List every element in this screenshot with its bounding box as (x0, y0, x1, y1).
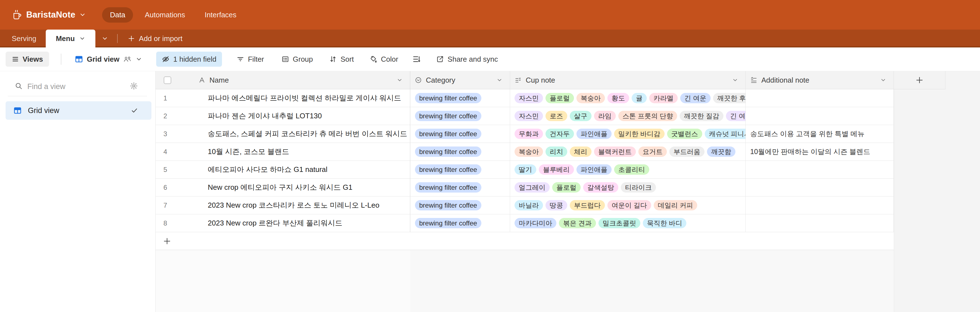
additional-note-cell[interactable] (746, 89, 894, 107)
select-all-checkbox[interactable] (164, 76, 171, 84)
additional-note-cell[interactable]: 송도패스 이용 고객을 위한 특별 메뉴 (746, 125, 894, 143)
grid-view-switcher[interactable]: Grid view (75, 55, 142, 64)
row-number: 3 (164, 130, 167, 138)
main-body: Grid view Name (0, 71, 980, 312)
additional-note-cell[interactable] (746, 178, 894, 196)
cup-note-pill: 얼그레이 (515, 182, 550, 193)
tab-data[interactable]: Data (102, 7, 133, 22)
name-cell-text: 파나마 젠슨 게이샤 내추럴 LOT130 (208, 111, 322, 121)
category-pill: brewing filter coffee (415, 200, 481, 210)
additional-note-cell[interactable]: 10월에만 판매하는 이달의 시즌 블렌드 (746, 143, 894, 161)
collaborators-icon (123, 56, 132, 63)
tabbar-separator (117, 34, 118, 43)
cup-note-pill: 볶은 견과 (559, 218, 596, 228)
additional-note-cell[interactable] (746, 196, 894, 214)
tab-automations[interactable]: Automations (137, 7, 193, 22)
cup-note-cell[interactable]: 자스민로즈살구라임스톤 프룻의 단향깨끗한 질감긴 여운을 (510, 107, 746, 125)
add-record-row[interactable] (156, 232, 894, 250)
additional-note-cell[interactable] (746, 214, 894, 232)
category-cell[interactable]: brewing filter coffee (410, 143, 510, 161)
table-row: 6 New crop 에티오피아 구지 사키소 워시드 G1 brewing f… (156, 178, 894, 196)
row-number: 2 (164, 112, 167, 120)
name-cell[interactable]: 3 송도패스, 스페셜 커피 코스타리카 츄 메라 버번 이스트 워시드 (156, 125, 410, 143)
grid-empty-below-left (156, 250, 410, 312)
column-chevron-icon[interactable] (496, 77, 503, 83)
grid-rows: 1 파나마 에스메릴다 프라이빗 컬렉션 하라밀로 게이샤 워시드 brewin… (156, 89, 894, 232)
filter-icon (237, 55, 244, 63)
cup-note-cell[interactable]: 딸기블루베리파인애플초콜리티 (510, 161, 746, 178)
sidebar-grid-view-label: Grid view (28, 106, 59, 115)
cup-note-cell[interactable]: 마카다미아볶은 견과밀크초콜릿묵직한 바디 (510, 214, 746, 232)
category-cell[interactable]: brewing filter coffee (410, 178, 510, 196)
row-number: 8 (164, 219, 167, 227)
table-tab-serving[interactable]: Serving (2, 30, 46, 48)
cup-note-cell[interactable]: 무화과건자두파인애플밀키한 바디감굿밸런스캐슈넛 피니시 (510, 125, 746, 143)
row-number: 7 (164, 202, 167, 209)
row-number: 6 (164, 184, 167, 191)
cup-note-cell[interactable]: 복숭아리치체리블랙커런트요거트부드러움깨끗함 (510, 143, 746, 161)
category-cell[interactable]: brewing filter coffee (410, 196, 510, 214)
find-view-input[interactable] (27, 80, 122, 94)
gear-icon[interactable] (130, 82, 138, 90)
name-cell[interactable]: 7 2023 New crop 코스타리카 로스 토노 미레니오 L-Leo (156, 196, 410, 214)
name-cell[interactable]: 1 파나마 에스메릴다 프라이빗 컬렉션 하라밀로 게이샤 워시드 (156, 89, 410, 107)
sidebar-divider (8, 96, 147, 96)
category-cell[interactable]: brewing filter coffee (410, 107, 510, 125)
cup-note-pill: 밀크초콜릿 (598, 218, 640, 228)
sidebar-item-grid-view[interactable]: Grid view (6, 101, 151, 120)
table-menu-chevron-icon[interactable] (79, 35, 85, 41)
cup-note-pill: 마카다미아 (515, 218, 556, 228)
cup-note-pill: 로즈 (546, 111, 567, 121)
tab-interfaces[interactable]: Interfaces (197, 7, 244, 22)
category-cell[interactable]: brewing filter coffee (410, 89, 510, 107)
additional-note-cell[interactable] (746, 107, 894, 125)
name-cell[interactable]: 2 파나마 젠슨 게이샤 내추럴 LOT130 (156, 107, 410, 125)
name-cell[interactable]: 8 2023 New crop 르완다 부산제 풀리워시드 (156, 214, 410, 232)
sort-button[interactable]: Sort (329, 55, 354, 64)
share-and-sync-button[interactable]: Share and sync (436, 55, 498, 64)
column-header-cup-note[interactable]: Cup note (510, 71, 746, 89)
cup-note-pill: 티라이크 (621, 182, 656, 193)
category-pill: brewing filter coffee (415, 218, 481, 228)
cup-note-cell[interactable]: 얼그레이플로럴갈색설탕티라이크 (510, 178, 746, 196)
hidden-fields-button[interactable]: 1 hidden field (156, 52, 222, 67)
name-cell[interactable]: 6 New crop 에티오피아 구지 사키소 워시드 G1 (156, 178, 410, 196)
add-field-button[interactable] (894, 71, 945, 89)
category-cell[interactable]: brewing filter coffee (410, 125, 510, 143)
table-tab-bar: Serving Menu Add or import (0, 30, 980, 48)
additional-cell-text: 송도패스 이용 고객을 위한 특별 메뉴 (750, 129, 865, 138)
name-cell-text: 파나마 에스메릴다 프라이빗 컬렉션 하라밀로 게이샤 워시드 (208, 93, 401, 103)
column-chevron-icon[interactable] (732, 77, 738, 83)
column-chevron-icon[interactable] (396, 77, 403, 83)
column-chevron-icon[interactable] (880, 77, 886, 83)
cup-note-pill: 캐슈넛 피니시 (705, 129, 746, 139)
table-tab-menu[interactable]: Menu (46, 30, 95, 48)
base-chevron-down-icon[interactable] (79, 11, 86, 18)
column-label-additional-note: Additional note (761, 76, 809, 84)
filter-button[interactable]: Filter (237, 55, 264, 64)
additional-note-cell[interactable] (746, 161, 894, 178)
name-cell-text: 2023 New crop 코스타리카 로스 토노 미레니오 L-Leo (208, 201, 380, 210)
table-list-chevron-icon[interactable] (95, 30, 115, 48)
row-number: 1 (164, 94, 167, 102)
add-or-import-button[interactable]: Add or import (121, 30, 189, 48)
cup-note-cell[interactable]: 바닐라땅콩부드럽다여운이 길다데일리 커피 (510, 196, 746, 214)
grid-view-icon (75, 55, 83, 63)
category-cell[interactable]: brewing filter coffee (410, 161, 510, 178)
name-cell[interactable]: 5 에티오피아 사다모 하마쇼 G1 natural (156, 161, 410, 178)
cup-note-cell[interactable]: 자스민플로럴복숭아황도귤카라멜긴 여운깨끗한 후미 (510, 89, 746, 107)
group-button[interactable]: Group (282, 55, 313, 64)
color-button[interactable]: Color (369, 55, 398, 64)
cup-note-pill: 데일리 커피 (654, 200, 697, 210)
share-and-sync-label: Share and sync (448, 55, 498, 64)
category-cell[interactable]: brewing filter coffee (410, 214, 510, 232)
row-height-button[interactable] (412, 55, 420, 63)
views-sidebar: Grid view (0, 71, 156, 312)
cup-note-pill: 파인애플 (576, 164, 612, 175)
column-header-additional-note[interactable]: Additional note (746, 71, 894, 89)
base-title[interactable]: BaristaNote (26, 10, 75, 20)
column-header-category[interactable]: Category (410, 71, 510, 89)
views-button[interactable]: Views (6, 52, 49, 67)
name-cell[interactable]: 4 10월 시즌, 코스모 블랜드 (156, 143, 410, 161)
column-header-name[interactable]: Name (156, 71, 410, 89)
